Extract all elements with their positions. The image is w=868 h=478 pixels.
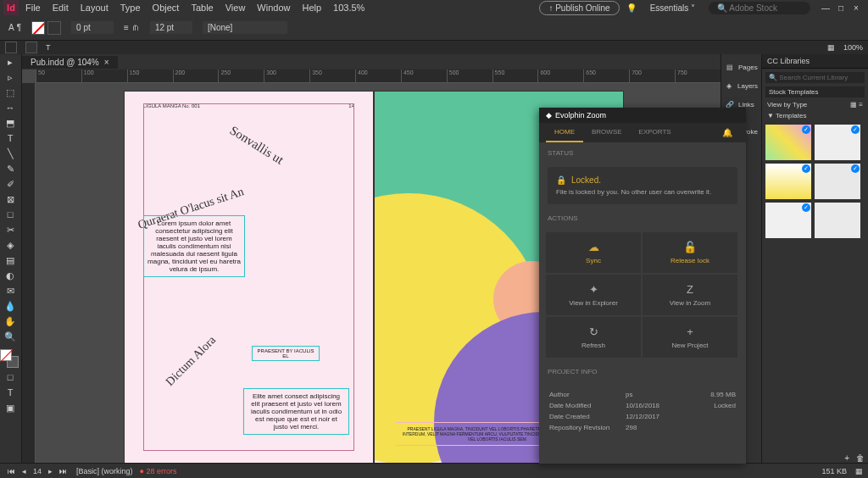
templates-section[interactable]: ▼ Templates xyxy=(762,110,868,121)
lib-add-icon[interactable]: + xyxy=(844,453,849,463)
align-icon[interactable]: ≡ xyxy=(124,23,129,32)
menu-layout[interactable]: Layout xyxy=(75,1,114,14)
format-container-icon[interactable]: □ xyxy=(0,370,20,385)
stroke-swatch[interactable] xyxy=(47,21,61,35)
template-thumb[interactable]: ✓ xyxy=(815,164,860,199)
menu-file[interactable]: File xyxy=(20,1,46,14)
template-thumb[interactable]: ✓ xyxy=(765,203,811,238)
template-thumb[interactable] xyxy=(815,203,860,238)
publish-online-button[interactable]: ↑ Publish Online xyxy=(539,1,619,15)
first-page-icon[interactable]: ⏮ xyxy=(5,467,18,475)
preflight-preset[interactable]: [Basic] (working) xyxy=(76,467,133,475)
library-select-dropdown[interactable]: Stock Templates xyxy=(765,86,865,97)
fill-stroke-swatches[interactable] xyxy=(0,349,20,370)
view-grid-icon[interactable]: ▦ ≡ xyxy=(850,101,863,108)
next-page-icon[interactable]: ▸ xyxy=(46,467,55,475)
text-frame-body2[interactable]: Elite amet consect adipiscing elit praes… xyxy=(243,388,349,435)
page-number-field[interactable]: 14 xyxy=(31,467,44,475)
line-tool[interactable]: ╲ xyxy=(0,146,20,161)
menu-help[interactable]: Help xyxy=(297,1,326,14)
release-lock-button[interactable]: 🔓Release lock xyxy=(643,232,737,273)
lib-delete-icon[interactable]: 🗑 xyxy=(856,453,865,463)
gradient-swatch-tool[interactable]: ▤ xyxy=(0,253,20,268)
prev-page-icon[interactable]: ◂ xyxy=(19,467,29,475)
status-menu-icon[interactable]: ▦ xyxy=(855,467,863,475)
gradient-feather-tool[interactable]: ◐ xyxy=(0,268,20,283)
panel-layers[interactable]: ◈Layers xyxy=(721,76,761,95)
char-format-icon[interactable]: A xyxy=(8,23,14,32)
para-format-icon[interactable]: ¶ xyxy=(17,23,21,32)
tab-close-icon[interactable]: × xyxy=(104,58,109,67)
libraries-header[interactable]: CC Libraries xyxy=(762,54,868,69)
page-tool[interactable]: ⬚ xyxy=(0,85,20,100)
app-logo: Id xyxy=(3,0,19,15)
stroke-swatch-2[interactable] xyxy=(25,42,37,53)
stroke-weight-input[interactable]: 0 pt xyxy=(71,21,114,34)
scissors-tool[interactable]: ✂ xyxy=(0,222,20,237)
text-frame-body[interactable]: Lorem ipsum dolor amet consectetur adipi… xyxy=(143,215,245,277)
rectangle-tool[interactable]: □ xyxy=(0,207,20,222)
content-collector-tool[interactable]: ⬒ xyxy=(0,115,20,131)
notifications-icon[interactable]: 🔔 xyxy=(715,123,739,142)
distribute-icon[interactable]: ⫙ xyxy=(131,23,140,32)
zoom-tab-home[interactable]: HOME xyxy=(546,123,583,142)
format-text-icon[interactable]: T xyxy=(0,385,20,400)
free-transform-tool[interactable]: ◈ xyxy=(0,237,20,253)
screen-mode-icon[interactable]: ▣ xyxy=(0,400,20,415)
document-tab[interactable]: Pub.indd @ 104%× xyxy=(22,56,118,69)
zoom-panel-header[interactable]: ◆Evolphin Zoom xyxy=(539,108,746,123)
pencil-tool[interactable]: ✐ xyxy=(0,176,20,192)
stock-search-input[interactable]: 🔍 Adobe Stock xyxy=(709,2,810,14)
fill-swatch[interactable] xyxy=(31,21,45,35)
rectangle-frame-tool[interactable]: ⊠ xyxy=(0,192,20,207)
page-left[interactable]: LIGULA MANGA No. 00114 Sonvallis ut Qura… xyxy=(124,91,374,463)
workspace-dropdown[interactable]: Essentials ˅ xyxy=(643,2,702,14)
new-project-button[interactable]: +New Project xyxy=(643,317,737,358)
sync-button[interactable]: ☁Sync xyxy=(546,232,641,273)
toolbox: ▸ ▹ ⬚ ↔ ⬒ T ╲ ✎ ✐ ⊠ □ ✂ ◈ ▤ ◐ ✉ 💧 ✋ 🔍 □ … xyxy=(0,54,22,463)
control-bar: A ¶ 0 pt ≡ ⫙ 12 pt [None] xyxy=(0,15,868,41)
menu-edit[interactable]: Edit xyxy=(47,1,74,14)
template-thumb[interactable]: ✓ xyxy=(765,125,811,160)
menu-table[interactable]: Table xyxy=(186,1,218,14)
panel-pages[interactable]: ▤Pages xyxy=(721,58,761,76)
close-icon[interactable]: × xyxy=(851,3,861,13)
menu-object[interactable]: Object xyxy=(147,1,185,14)
zoom-tab-browse[interactable]: BROWSE xyxy=(583,123,631,142)
menu-type[interactable]: Type xyxy=(115,1,146,14)
view-zoom-input[interactable]: 100% xyxy=(843,43,863,52)
selection-tool[interactable]: ▸ xyxy=(0,54,20,69)
direct-selection-tool[interactable]: ▹ xyxy=(0,69,20,85)
minimize-icon[interactable]: — xyxy=(821,3,831,13)
hand-tool[interactable]: ✋ xyxy=(0,314,20,329)
last-page-icon[interactable]: ⏭ xyxy=(57,467,70,475)
template-thumb[interactable]: ✓ xyxy=(765,164,811,199)
pen-tool[interactable]: ✎ xyxy=(0,161,20,176)
view-in-explorer-button[interactable]: ✦View in Explorer xyxy=(546,275,641,315)
library-search-input[interactable]: 🔍 Search Current Library xyxy=(765,72,865,83)
menu-zoom-level[interactable]: 103.5% xyxy=(328,1,370,14)
unlock-icon: 🔓 xyxy=(683,241,697,253)
menu-window[interactable]: Window xyxy=(252,1,295,14)
note-tool[interactable]: ✉ xyxy=(0,283,20,298)
lightbulb-icon[interactable]: 💡 xyxy=(626,3,637,13)
fill-swatch-2[interactable] xyxy=(5,42,17,53)
gap-tool[interactable]: ↔ xyxy=(0,100,20,115)
zoom-tab-exports[interactable]: EXPORTS xyxy=(631,123,680,142)
maximize-icon[interactable]: □ xyxy=(836,3,846,13)
page-navigator[interactable]: ⏮ ◂ 14 ▸ ⏭ xyxy=(5,467,70,475)
fit-icon[interactable]: ▦ xyxy=(827,43,835,52)
menu-view[interactable]: View xyxy=(220,1,251,14)
zoom-tool[interactable]: 🔍 xyxy=(0,329,20,344)
type-tool[interactable]: T xyxy=(0,131,20,146)
text-color-icon[interactable]: T xyxy=(46,43,51,52)
preflight-errors[interactable]: ● 28 errors xyxy=(140,467,177,475)
view-in-zoom-button[interactable]: ZView in Zoom xyxy=(643,275,737,315)
kerning-input[interactable]: 12 pt xyxy=(150,21,192,34)
eyedropper-tool[interactable]: 💧 xyxy=(0,298,20,314)
paragraph-style-dropdown[interactable]: [None] xyxy=(203,21,287,34)
template-thumb[interactable]: ✓ xyxy=(815,125,860,160)
sync-icon: ☁ xyxy=(588,241,599,253)
credit-frame[interactable]: PRAESENT BY IACULIS EL xyxy=(252,346,320,361)
refresh-button[interactable]: ↻Refresh xyxy=(546,317,641,358)
